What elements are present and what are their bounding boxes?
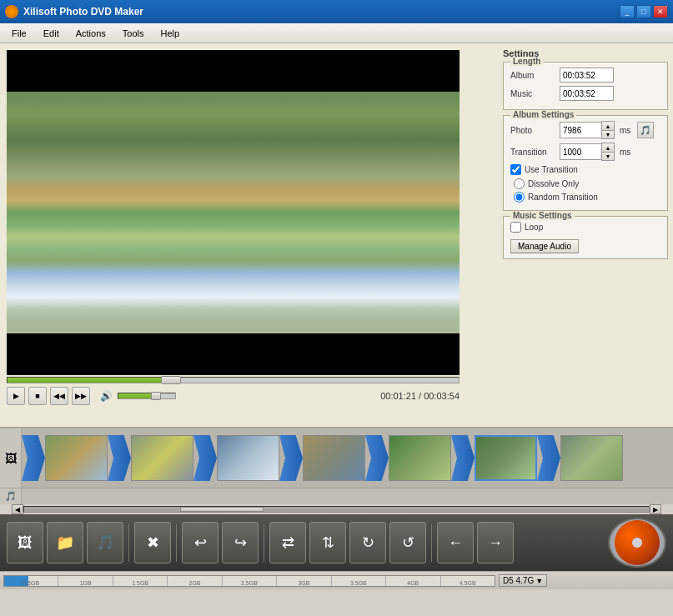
mark-3.5gb: 3.5GB: [332, 576, 386, 586]
add-photos-button[interactable]: 🖼: [7, 522, 43, 563]
mark-1gb: 1GB: [58, 576, 113, 586]
redo-icon: ↪: [234, 535, 247, 550]
play-button[interactable]: ▶: [7, 387, 25, 405]
flip-button[interactable]: ⇅: [309, 522, 346, 563]
photo-label: Photo: [510, 126, 556, 135]
swap-button[interactable]: ⇄: [269, 522, 306, 563]
loop-checkbox[interactable]: [510, 222, 521, 233]
minimize-button[interactable]: _: [620, 5, 635, 18]
music-row: Music 00:03:52: [510, 86, 660, 101]
scroll-left-button[interactable]: ◀: [12, 504, 23, 514]
album-settings-title: Album Settings: [510, 110, 576, 119]
maximize-button[interactable]: □: [636, 5, 651, 18]
storage-indicator: 0.5GB 1GB 1.5GB 2GB 2.5GB 3GB 3.5GB 4GB …: [3, 575, 495, 587]
settings-panel: Settings Length Album 00:03:52 Music 00:…: [498, 43, 673, 427]
scroll-thumb[interactable]: [180, 507, 264, 512]
transition-unit: ms: [620, 148, 630, 157]
transition-spin-down[interactable]: ▼: [602, 152, 614, 160]
tl-arrow-2: [108, 435, 131, 481]
video-letterbox-top: [7, 50, 460, 92]
mark-4.5gb: 4.5GB: [441, 576, 495, 586]
menu-tools[interactable]: Tools: [114, 26, 153, 41]
tl-thumb-7[interactable]: [560, 435, 623, 481]
tl-thumb-2[interactable]: [131, 435, 193, 481]
tl-thumb-5[interactable]: [389, 435, 451, 481]
tl-arrow-6: [451, 435, 475, 481]
video-preview: [7, 50, 460, 375]
transition-row: Transition ▲ ▼ ms: [510, 143, 660, 161]
timeline-area: 🖼: [0, 427, 673, 514]
undo-button[interactable]: ↩: [182, 522, 218, 563]
use-transition-checkbox[interactable]: [510, 164, 521, 175]
rotate-cw-button[interactable]: ↻: [349, 522, 386, 563]
redo-button[interactable]: ↪: [222, 522, 259, 563]
menu-actions[interactable]: Actions: [68, 26, 114, 41]
video-frame: [7, 92, 460, 333]
ds-badge-label: D5 4.7G: [503, 576, 534, 585]
toolbar-sep-3: [264, 524, 264, 562]
use-transition-row: Use Transition: [510, 164, 660, 175]
tl-thumb-1[interactable]: [45, 435, 108, 481]
dissolve-only-radio[interactable]: [514, 178, 525, 189]
menu-file[interactable]: File: [3, 26, 35, 41]
volume-slider[interactable]: [118, 393, 176, 399]
menu-help[interactable]: Help: [152, 26, 188, 41]
toolbar-sep-4: [431, 524, 432, 562]
app-icon: [5, 5, 18, 18]
tl-arrow-7: [537, 435, 560, 481]
close-button[interactable]: ✕: [653, 5, 668, 18]
photo-spin-up[interactable]: ▲: [602, 122, 614, 130]
manage-audio-button[interactable]: Manage Audio: [510, 239, 579, 253]
transition-input[interactable]: [560, 143, 601, 160]
random-transition-radio[interactable]: [514, 192, 525, 203]
tl-thumb-6[interactable]: [475, 435, 537, 481]
ds-badge-arrow[interactable]: ▼: [535, 577, 543, 585]
scroll-track[interactable]: [23, 506, 650, 513]
tl-thumb-4[interactable]: [303, 435, 365, 481]
transition-spin-buttons[interactable]: ▲ ▼: [601, 143, 615, 161]
random-transition-row: Random Transition: [510, 192, 660, 203]
add-music-button[interactable]: 🎵: [87, 522, 123, 563]
add-folder-button[interactable]: 📁: [47, 522, 83, 563]
rotate-ccw-button[interactable]: ↺: [389, 522, 426, 563]
next-button[interactable]: ▶▶: [72, 387, 90, 405]
back-icon: ←: [448, 535, 463, 550]
time-display: 00:01:21 / 00:03:54: [380, 391, 460, 401]
main-content: ▶ ■ ◀◀ ▶▶ 🔊 00:01:21 / 00:03:54 Settings…: [0, 43, 673, 427]
music-value: 00:03:52: [560, 86, 614, 101]
forward-icon: →: [488, 535, 503, 550]
undo-icon: ↩: [194, 535, 207, 550]
music-settings-group: Music Settings Loop Manage Audio: [503, 216, 668, 259]
dvd-center: [632, 538, 642, 548]
tl-thumb-3[interactable]: [217, 435, 279, 481]
photo-spin-down[interactable]: ▼: [602, 130, 614, 138]
window-controls[interactable]: _ □ ✕: [620, 5, 668, 18]
stop-button[interactable]: ■: [28, 387, 47, 405]
transition-spin-up[interactable]: ▲: [602, 143, 614, 152]
album-row: Album 00:03:52: [510, 68, 660, 83]
tl-arrow-5: [365, 435, 389, 481]
prev-button[interactable]: ◀◀: [50, 387, 68, 405]
delete-button[interactable]: ✖: [134, 522, 171, 563]
menu-edit[interactable]: Edit: [35, 26, 68, 41]
volume-fill: [118, 393, 153, 398]
progress-track[interactable]: [7, 377, 460, 383]
photo-spinbox[interactable]: ▲ ▼: [560, 121, 615, 139]
delete-icon: ✖: [147, 535, 159, 550]
tl-arrow-4: [279, 435, 303, 481]
loop-label: Loop: [525, 223, 543, 232]
forward-button[interactable]: →: [477, 522, 514, 563]
timeline-scrollbar[interactable]: ◀ ▶: [0, 504, 673, 514]
photo-music-button[interactable]: 🎵: [637, 122, 654, 138]
progress-thumb[interactable]: [161, 376, 181, 384]
photo-input[interactable]: [560, 122, 601, 138]
volume-thumb[interactable]: [151, 392, 161, 400]
scroll-right-button[interactable]: ▶: [650, 504, 661, 514]
mark-4gb: 4GB: [386, 576, 440, 586]
photo-spin-buttons[interactable]: ▲ ▼: [601, 121, 615, 139]
ds-badge: D5 4.7G ▼: [499, 574, 547, 587]
preview-area: ▶ ■ ◀◀ ▶▶ 🔊 00:01:21 / 00:03:54: [0, 43, 498, 427]
music-settings-title: Music Settings: [510, 211, 575, 220]
transition-spinbox[interactable]: ▲ ▼: [560, 143, 615, 161]
back-button[interactable]: ←: [437, 522, 474, 563]
